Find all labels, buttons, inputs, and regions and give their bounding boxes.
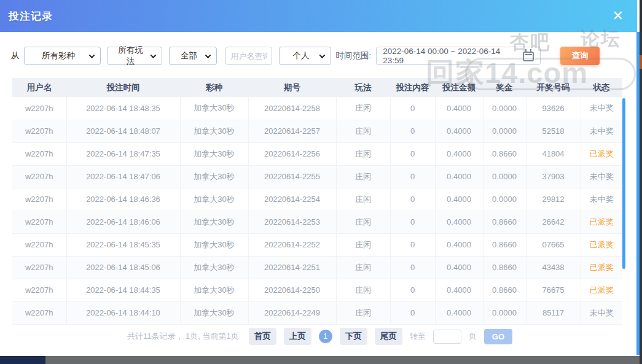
table-body: w2207h2022-06-14 18:48:35加拿大30秒20220614-…	[12, 97, 622, 324]
filter-toolbar: 从 所有彩种 所有玩法 全部 个人 时间范围: 2022-06-14 00:00…	[11, 47, 600, 65]
cell-issue: 20220614-2252	[248, 233, 336, 256]
cell-bet-time: 2022-06-14 18:47:06	[66, 165, 180, 188]
cell-prize: 0.0000	[483, 188, 526, 211]
page-unit-label: 页	[469, 331, 477, 342]
cell-numbers: 93626	[526, 97, 581, 120]
cell-prize: 0.0000	[483, 97, 526, 120]
pagination-summary: 共计11条记录， 1页, 当前第1页	[127, 331, 239, 342]
play-type-select[interactable]: 所有玩法	[107, 47, 162, 65]
cell-amount: 0.4000	[435, 233, 483, 256]
cell-issue: 20220614-2257	[248, 120, 336, 142]
dialog-titlebar: 投注记录 ✕	[0, 0, 637, 32]
cell-lottery: 加拿大30秒	[180, 279, 248, 301]
cell-content: 0	[390, 165, 435, 188]
cell-status: 未中奖	[581, 165, 622, 188]
table-scrollbar-thumb[interactable]	[622, 98, 625, 269]
cell-bet-time: 2022-06-14 18:44:10	[66, 301, 180, 324]
time-range-label: 时间范围:	[336, 50, 372, 61]
cell-prize: 0.0000	[483, 120, 526, 142]
table-header-row: 用户名投注时间彩种期号玩法投注内容投注金额奖金开奖号码状态	[12, 78, 622, 97]
cell-lottery: 加拿大30秒	[180, 211, 248, 233]
cell-prize: 0.8660	[483, 233, 526, 256]
table-row: w2207h2022-06-14 18:48:07加拿大30秒20220614-…	[12, 120, 622, 142]
cell-play: 庄闲	[336, 256, 390, 279]
cell-status: 已派奖	[581, 211, 622, 233]
column-header-numbers: 开奖号码	[526, 78, 581, 97]
cell-status: 未中奖	[581, 97, 622, 120]
cell-play: 庄闲	[336, 301, 390, 324]
first-page-button[interactable]: 首页	[249, 328, 276, 345]
cell-amount: 0.4000	[435, 188, 483, 211]
cell-play: 庄闲	[336, 120, 390, 142]
column-header-bet-time: 投注时间	[66, 78, 180, 97]
next-page-button[interactable]: 下页	[340, 328, 367, 345]
cell-issue: 20220614-2255	[248, 165, 336, 188]
cell-numbers: 52518	[526, 120, 581, 142]
dialog-title: 投注记录	[9, 9, 53, 23]
page-background-right	[640, 0, 642, 364]
dialog-scrollbar[interactable]	[636, 32, 640, 355]
table-row: w2207h2022-06-14 18:46:06加拿大30秒20220614-…	[12, 211, 622, 233]
chevron-down-icon	[88, 52, 95, 58]
cell-content: 0	[390, 279, 435, 301]
cell-numbers: 76675	[526, 279, 581, 301]
column-header-issue: 期号	[248, 78, 336, 97]
cell-lottery: 加拿大30秒	[180, 120, 248, 142]
cell-play: 庄闲	[336, 211, 390, 233]
column-header-play: 玩法	[336, 78, 390, 97]
table-row: w2207h2022-06-14 18:44:10加拿大30秒20220614-…	[12, 301, 622, 324]
cell-prize: 0.8660	[483, 256, 526, 279]
cell-lottery: 加拿大30秒	[180, 97, 248, 120]
cell-status: 已派奖	[581, 233, 622, 256]
records-table: 用户名投注时间彩种期号玩法投注内容投注金额奖金开奖号码状态 w2207h2022…	[12, 78, 622, 325]
cell-username: w2207h	[12, 211, 66, 233]
scope-select[interactable]: 个人	[279, 47, 331, 65]
cell-status: 未中奖	[581, 120, 622, 142]
close-icon[interactable]: ✕	[613, 7, 624, 25]
column-header-status: 状态	[581, 78, 622, 97]
cell-amount: 0.4000	[435, 165, 483, 188]
cell-issue: 20220614-2251	[248, 256, 336, 279]
table-row: w2207h2022-06-14 18:45:35加拿大30秒20220614-…	[12, 233, 622, 256]
cell-issue: 20220614-2249	[248, 301, 336, 324]
lottery-type-select[interactable]: 所有彩种	[24, 47, 101, 65]
status-filter-value: 全部	[179, 50, 200, 61]
table-row: w2207h2022-06-14 18:44:35加拿大30秒20220614-…	[12, 279, 622, 301]
last-page-button[interactable]: 尾页	[375, 328, 402, 345]
lottery-type-value: 所有彩种	[34, 50, 84, 61]
cell-numbers: 43438	[526, 256, 581, 279]
cell-issue: 20220614-2253	[248, 211, 336, 233]
cell-status: 已派奖	[581, 142, 622, 165]
cell-issue: 20220614-2254	[248, 188, 336, 211]
pagination-bar: 共计11条记录， 1页, 当前第1页 首页 上页 1 下页 尾页 转至 页 GO	[0, 328, 640, 345]
cell-amount: 0.4000	[435, 97, 483, 120]
cell-prize: 0.8660	[483, 211, 526, 233]
status-filter-select[interactable]: 全部	[169, 47, 217, 65]
cell-issue: 20220614-2256	[248, 142, 336, 165]
cell-content: 0	[390, 120, 435, 142]
cell-status: 已派奖	[581, 279, 622, 301]
goto-page-input[interactable]	[433, 330, 461, 344]
prev-page-button[interactable]: 上页	[284, 328, 311, 345]
cell-issue: 20220614-2258	[248, 97, 336, 120]
play-type-value: 所有玩法	[117, 45, 145, 67]
time-range-input[interactable]: 2022-06-14 00:00 ~ 2022-06-14 23:59	[376, 47, 541, 65]
chevron-down-icon	[319, 52, 325, 58]
cell-username: w2207h	[12, 165, 66, 188]
cell-content: 0	[390, 97, 435, 120]
cell-lottery: 加拿大30秒	[180, 301, 248, 324]
background-orange-fragment	[640, 55, 642, 69]
cell-username: w2207h	[12, 188, 66, 211]
cell-username: w2207h	[12, 142, 66, 165]
column-header-amount: 投注金额	[435, 78, 483, 97]
cell-prize: 0.0000	[483, 301, 526, 324]
cell-bet-time: 2022-06-14 18:44:35	[66, 279, 180, 301]
username-input[interactable]	[225, 47, 272, 65]
go-button[interactable]: GO	[484, 329, 512, 344]
cell-lottery: 加拿大30秒	[180, 256, 248, 279]
table-row: w2207h2022-06-14 18:47:35加拿大30秒20220614-…	[12, 142, 622, 165]
query-button[interactable]: 查询	[560, 47, 600, 65]
betting-records-dialog: 投注记录 ✕ 从 所有彩种 所有玩法 全部 个人 时间范围:	[0, 0, 642, 364]
cell-username: w2207h	[12, 97, 66, 120]
scope-value: 个人	[289, 50, 314, 61]
